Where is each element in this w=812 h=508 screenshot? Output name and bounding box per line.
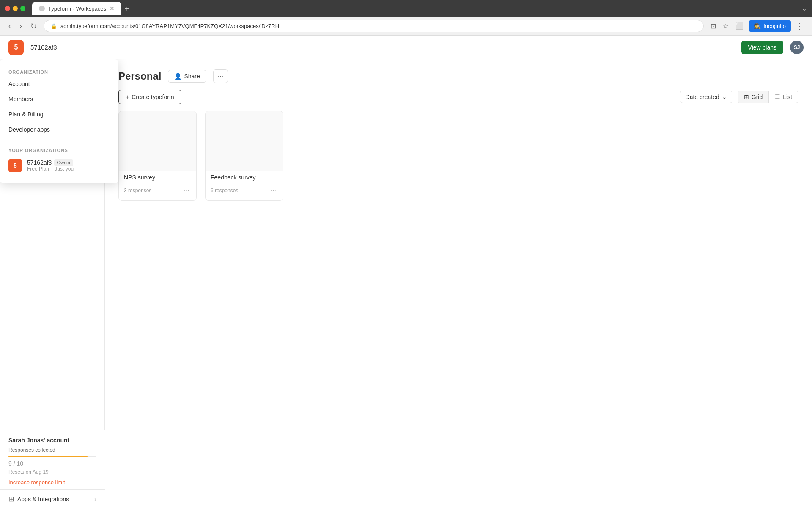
incognito-label: Incognito [763,23,786,29]
responses-count: 9 / 10 [8,460,96,467]
org-badge: 5 [8,159,22,172]
apps-label: Apps & Integrations [17,496,91,502]
org-name-button[interactable]: 57162af3 [30,44,57,51]
new-tab-button[interactable]: + [121,3,133,15]
account-name: Sarah Jonas' account [8,437,96,444]
list-label: List [783,94,792,100]
workspace-header: Personal 👤 Share ··· [105,59,812,83]
progress-bar [8,456,96,457]
minimize-window-button[interactable] [13,6,18,11]
account-label: ' account [44,437,69,444]
close-window-button[interactable] [5,6,10,11]
plan-billing-menu-item[interactable]: Plan & Billing [0,107,118,122]
org-logo-button[interactable]: 5 [8,40,24,55]
organization-section-label: ORGANIZATION [0,66,118,76]
increase-limit-link[interactable]: Increase response limit [8,479,65,486]
grid-label: Grid [752,94,763,100]
address-actions: ⊡ ☆ ⬜ 🕵 Incognito ⋮ [709,20,805,33]
org-row[interactable]: 5 57162af3 Owner Free Plan – Just you [0,155,118,177]
share-button[interactable]: 👤 Share [168,70,206,83]
form-card-preview-feedback [206,111,283,171]
workspace-title: Personal [118,70,161,82]
share-icon: 👤 [174,73,181,80]
org-dropdown: ORGANIZATION Account Members Plan & Bill… [0,59,118,183]
date-sort-dropdown[interactable]: Date created ⌄ [680,91,732,103]
lock-icon: 🔒 [51,23,57,29]
form-more-button-feedback[interactable]: ··· [269,186,278,195]
dropdown-divider [0,141,118,141]
tab-close-button[interactable]: ✕ [110,5,115,12]
responses-current: 9 [8,460,12,467]
incognito-button[interactable]: 🕵 Incognito [749,20,791,32]
apps-chevron-icon: › [94,496,96,502]
view-plans-button[interactable]: View plans [741,41,783,54]
form-card-preview-nps [119,111,196,171]
sidebar: ORGANIZATION Account Members Plan & Bill… [0,59,105,508]
list-view-button[interactable]: ☰ List [769,91,798,103]
form-card-footer-feedback: 6 responses ··· [206,182,283,200]
org-info-name: 57162af3 Owner [27,159,74,166]
grid-view-button[interactable]: ⊞ Grid [738,91,769,103]
workspace-more-button[interactable]: ··· [213,69,228,83]
org-name-text: 57162af3 [30,44,57,51]
browser-menu-button[interactable]: ⋮ [794,20,805,33]
org-info: 57162af3 Owner Free Plan – Just you [27,159,74,172]
form-more-button-nps[interactable]: ··· [182,186,191,195]
window-controls [5,6,25,11]
developer-apps-menu-item[interactable]: Developer apps [0,122,118,137]
form-card-title-feedback: Feedback survey [206,171,283,182]
account-menu-item[interactable]: Account [0,76,118,91]
org-badge-number: 5 [14,162,17,169]
date-sort-chevron-icon: ⌄ [722,94,727,100]
org-number: 5 [14,44,18,51]
apps-integrations-row[interactable]: ⊞ Apps & Integrations › [0,489,105,508]
incognito-icon: 🕵 [754,23,761,29]
avatar[interactable]: SJ [790,41,804,54]
members-menu-item[interactable]: Members [0,91,118,107]
org-info-name-text: 57162af3 [27,159,52,166]
browser-menu-chevron[interactable]: ⌄ [802,5,807,12]
maximize-window-button[interactable] [20,6,25,11]
avatar-initials: SJ [794,44,800,50]
url-bar[interactable]: 🔒 admin.typeform.com/accounts/01G8AYRAP1… [44,20,704,32]
list-icon: ☰ [775,94,780,100]
address-bar: ‹ › ↻ 🔒 admin.typeform.com/accounts/01G8… [0,17,812,36]
active-tab[interactable]: Typeform - Workspaces ✕ [32,2,121,15]
create-typeform-button[interactable]: + Create typeform [118,90,181,104]
user-name: Sarah Jonas [8,437,44,444]
toolbar-right: Date created ⌄ ⊞ Grid ☰ List [680,91,798,103]
owner-badge: Owner [54,159,73,166]
toolbar: + Create typeform Date created ⌄ ⊞ Grid … [105,83,812,111]
responses-label: Responses collected [8,447,96,453]
share-label: Share [184,73,200,80]
create-label: Create typeform [132,94,174,100]
star-icon[interactable]: ☆ [721,20,730,32]
create-plus-icon: + [126,94,129,100]
url-text: admin.typeform.com/accounts/01G8AYRAP1MY… [60,23,279,29]
extension-icon[interactable]: ⬜ [734,20,746,32]
progress-fill [8,456,88,457]
reload-button[interactable]: ↻ [29,20,38,33]
grid-icon: ⊞ [744,94,749,100]
app-header: 5 57162af3 View plans SJ [0,36,812,59]
back-button[interactable]: ‹ [7,20,13,32]
date-created-label: Date created [686,94,719,100]
account-section: Sarah Jonas' account Responses collected… [0,430,105,508]
form-responses-feedback: 6 responses [211,188,238,193]
tab-title: Typeform - Workspaces [48,6,106,12]
forms-grid: NPS survey 3 responses ··· Feedback surv… [105,111,812,201]
org-plan-text: Free Plan – Just you [27,166,74,172]
form-card-feedback[interactable]: Feedback survey 6 responses ··· [205,111,283,201]
responses-max: 10 [16,460,23,467]
form-responses-nps: 3 responses [124,188,151,193]
your-organizations-label: YOUR ORGANIZATIONS [0,144,118,155]
main-layout: ORGANIZATION Account Members Plan & Bill… [0,59,812,508]
browser-chrome: Typeform - Workspaces ✕ + ⌄ [0,0,812,17]
tab-favicon [39,6,45,11]
resets-text: Resets on Aug 19 [8,469,96,475]
cast-icon[interactable]: ⊡ [709,20,718,32]
forward-button[interactable]: › [18,20,24,32]
form-card-footer-nps: 3 responses ··· [119,182,196,200]
form-card-nps[interactable]: NPS survey 3 responses ··· [118,111,197,201]
responses-separator: / [12,460,17,467]
